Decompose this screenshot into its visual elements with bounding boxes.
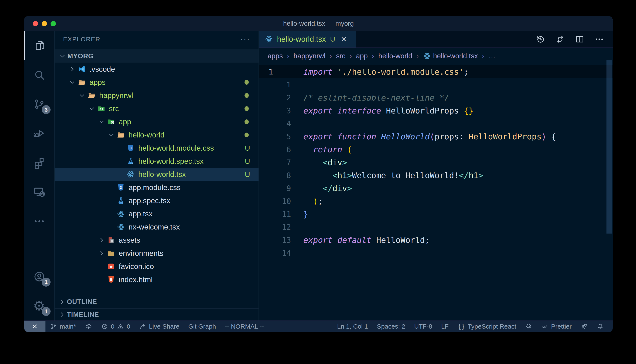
breadcrumb-item-app[interactable]: app xyxy=(356,52,368,60)
tree-item-happynrwl[interactable]: happynrwl xyxy=(55,89,259,102)
line-number: 1 xyxy=(259,80,303,89)
status-git-branch-status[interactable]: main* xyxy=(46,321,81,332)
status-publish-status[interactable] xyxy=(81,321,97,332)
tree-item--vscode[interactable]: .vscode xyxy=(55,62,259,76)
ellipsis-icon xyxy=(33,215,46,228)
chevron-down-icon[interactable] xyxy=(58,51,67,61)
code-text: ); xyxy=(303,197,323,206)
breadcrumb-item-src[interactable]: src xyxy=(336,52,345,60)
sidebar-section-timeline[interactable]: TIMELINE xyxy=(55,308,259,320)
breadcrumb-item-happynrwl[interactable]: happynrwl xyxy=(294,52,325,60)
tree-item-hello-world-tsx[interactable]: hello-world.tsxU xyxy=(55,168,259,181)
status-notifications-bell[interactable] xyxy=(592,321,608,332)
status-live-share-status[interactable]: Live Share xyxy=(135,321,184,332)
activity-bar-item-accounts[interactable]: 1 xyxy=(24,262,54,291)
chevron-down-icon[interactable] xyxy=(97,117,106,127)
activity-bar-item-source-control[interactable]: 3 xyxy=(24,90,54,119)
history-icon[interactable] xyxy=(536,34,545,44)
breadcrumb-item-hello-world[interactable]: hello-world xyxy=(378,52,412,60)
activity-bar-item-more-views[interactable] xyxy=(24,206,54,236)
react-icon xyxy=(116,222,126,232)
chevron-down-icon[interactable] xyxy=(87,104,97,114)
react-icon xyxy=(126,170,135,179)
chevron-right-icon[interactable] xyxy=(97,235,106,245)
tree-item-hello-world-module-css[interactable]: 3hello-world.module.cssU xyxy=(55,142,259,155)
status-language-status[interactable]: {}TypeScript React xyxy=(453,321,521,332)
code-line: 8 <h1>Welcome to HelloWorld!</h1> xyxy=(259,169,613,182)
editor-indent-guide xyxy=(317,156,317,195)
status-prettier-status[interactable]: Prettier xyxy=(537,321,576,332)
activity-bar-item-extensions[interactable] xyxy=(24,148,54,177)
warning-icon xyxy=(117,323,124,330)
split-editor-icon[interactable] xyxy=(575,34,585,44)
editor-scrollbar[interactable] xyxy=(606,60,612,234)
line-number: 8 xyxy=(259,171,303,180)
status-feedback-status[interactable] xyxy=(576,321,592,332)
code-editor[interactable]: 1import './hello-world.module.css';12/* … xyxy=(259,64,613,320)
tree-item-src[interactable]: src xyxy=(55,102,259,115)
git-untracked-badge: U xyxy=(245,144,250,152)
tree-item-environments[interactable]: environments xyxy=(55,247,259,260)
tree-item-favicon-ico[interactable]: ★favicon.ico xyxy=(55,260,259,273)
braces-icon: {} xyxy=(458,323,465,330)
breadcrumb-item--[interactable]: … xyxy=(489,52,496,60)
status-eol-status[interactable]: LF xyxy=(437,321,453,332)
status-remote-indicator[interactable] xyxy=(24,321,46,332)
status-cursor-position-status[interactable]: Ln 1, Col 1 xyxy=(333,321,372,332)
status-indentation-status[interactable]: Spaces: 2 xyxy=(372,321,409,332)
live-share-icon xyxy=(139,323,146,330)
code-line: 13export default HelloWorld; xyxy=(259,234,613,246)
tree-item-app-spec-tsx[interactable]: TSapp.spec.tsx xyxy=(55,194,259,207)
ellipsis-icon[interactable] xyxy=(594,34,604,44)
code-line: 12 xyxy=(259,220,613,234)
code-text: export function HelloWorld(props: HelloW… xyxy=(303,132,556,141)
status-item-label: Git Graph xyxy=(188,323,216,330)
tree-item-label: favicon.ico xyxy=(119,262,154,271)
explorer-more-actions-button[interactable]: ··· xyxy=(240,37,250,41)
svg-text:3: 3 xyxy=(120,186,122,190)
tree-item-app-module-css[interactable]: 3app.module.css xyxy=(55,181,259,194)
tree-item-apps[interactable]: apps xyxy=(55,76,259,89)
tree-item-hello-world[interactable]: hello-world xyxy=(55,128,259,142)
breadcrumb-separator: › xyxy=(287,52,289,60)
activity-bar-item-search[interactable] xyxy=(24,60,54,90)
code-line: 9 </div> xyxy=(259,182,613,195)
tree-item-myorg[interactable]: MYORG xyxy=(55,50,259,62)
activity-bar-item-settings[interactable]: ⚙1 xyxy=(24,291,54,320)
react-icon xyxy=(264,34,274,44)
chevron-right-icon[interactable] xyxy=(67,64,77,74)
line-number: 5 xyxy=(259,132,303,141)
status-copilot-status[interactable] xyxy=(521,321,537,332)
sidebar-section-outline[interactable]: OUTLINE xyxy=(55,295,259,308)
activity-bar-item-remote-explorer[interactable] xyxy=(24,177,54,206)
compare-changes-icon[interactable] xyxy=(555,34,565,44)
activity-bar-item-run-debug[interactable] xyxy=(24,119,54,148)
tree-item-app[interactable]: app xyxy=(55,115,259,128)
close-tab-icon[interactable]: ✕ xyxy=(341,35,347,44)
tree-item-app-tsx[interactable]: app.tsx xyxy=(55,207,259,220)
tree-item-label: assets xyxy=(119,236,140,244)
chevron-down-icon[interactable] xyxy=(77,90,87,100)
activity-bar-item-explorer[interactable] xyxy=(24,31,54,60)
code-line: 5export function HelloWorld(props: Hello… xyxy=(259,130,613,143)
chevron-down-icon[interactable] xyxy=(67,78,77,87)
code-line: 1 xyxy=(259,78,613,91)
folder-open-icon xyxy=(87,91,96,100)
code-text: </div> xyxy=(303,184,352,193)
status-bar: main*00Live ShareGit Graph-- NORMAL -- L… xyxy=(24,320,613,332)
tree-item-nx-welcome-tsx[interactable]: nx-welcome.tsx xyxy=(55,220,259,234)
breadcrumb-item-apps[interactable]: apps xyxy=(268,52,283,60)
code-text: /* eslint-disable-next-line */ xyxy=(303,93,449,102)
status-git-graph-status[interactable]: Git Graph xyxy=(184,321,221,332)
breadcrumb-item-hello-world-tsx[interactable]: hello-world.tsx xyxy=(423,52,478,60)
tree-item-assets[interactable]: assets xyxy=(55,234,259,247)
status-problems-status[interactable]: 00 xyxy=(97,321,135,332)
tree-item-index-html[interactable]: 5index.html xyxy=(55,273,259,286)
chevron-right-icon[interactable] xyxy=(97,248,106,258)
status-encoding-status[interactable]: UTF-8 xyxy=(410,321,437,332)
chevron-down-icon[interactable] xyxy=(106,130,116,140)
tab-hello-world-tsx[interactable]: hello-world.tsx U ✕ xyxy=(259,31,356,48)
react-icon xyxy=(423,52,431,60)
tree-item-hello-world-spec-tsx[interactable]: TShello-world.spec.tsxU xyxy=(55,155,259,168)
status-vim-mode-status[interactable]: -- NORMAL -- xyxy=(221,321,269,332)
